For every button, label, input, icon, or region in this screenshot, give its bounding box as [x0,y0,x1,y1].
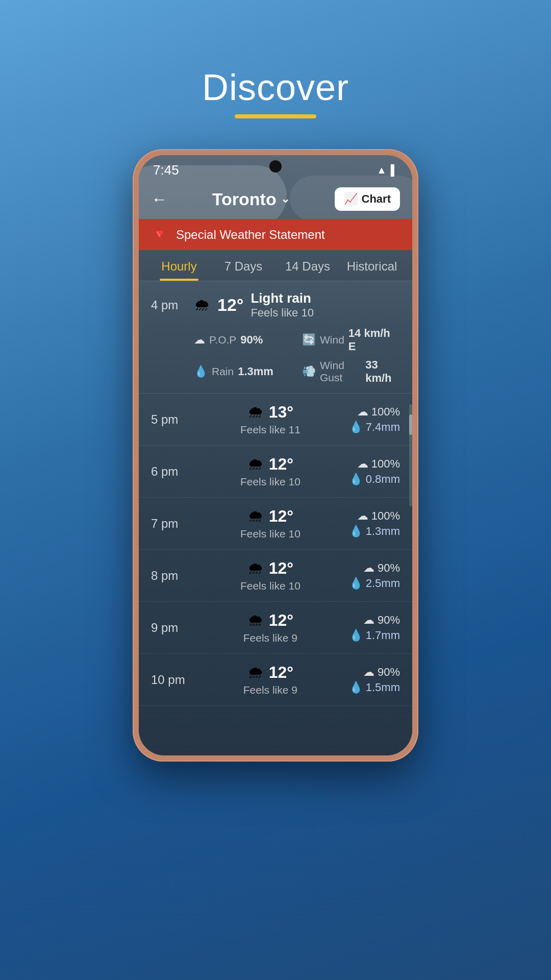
weather-icon-7pm: 🌧 [247,507,264,526]
battery-icon: ▌ [391,164,398,176]
back-button[interactable]: ← [151,190,167,209]
tab-hourly-label: Hourly [161,259,196,273]
rain-info-7pm: ☁ 100% [357,509,400,523]
hour-row-expanded-4pm[interactable]: 4 pm 🌧 12° Light rain Feels like 10 ☁ P.… [139,281,412,394]
hour-center-6pm: 🌧 12° Feels like 10 [192,455,349,488]
wind-value: 14 km/h E [348,327,400,353]
city-selector[interactable]: Toronto ⌄ [212,189,290,209]
pop-5pm: 100% [371,405,400,419]
cloud-icon-7pm: ☁ [357,509,368,523]
scroll-indicator [409,404,412,506]
hour-row-7pm[interactable]: 7 pm 🌧 12° Feels like 10 ☁ 100% 💧 [139,498,412,550]
pop-detail: ☁ P.O.P 90% [194,327,292,353]
cloud-icon: ☁ [194,333,205,347]
rain-info-8pm: ☁ 90% [363,561,400,575]
tab-hourly[interactable]: Hourly [147,250,211,281]
temp-10pm: 12° [269,663,293,682]
hour-details-4pm: ☁ P.O.P 90% 🔄 Wind 14 km/h E 💧 Rain 1.3m… [151,327,400,385]
rain-detail: 💧 Rain 1.3mm [194,358,292,385]
rain-info-9pm: ☁ 90% [363,614,400,627]
cloud-icon-5pm: ☁ [357,405,368,419]
mm-info-6pm: 💧 0.8mm [349,473,400,486]
chevron-down-icon: ⌄ [281,192,290,206]
hourly-list[interactable]: 4 pm 🌧 12° Light rain Feels like 10 ☁ P.… [139,281,412,755]
tab-14days[interactable]: 14 Days [276,250,340,281]
rain-mm-7pm: 1.3mm [366,525,400,538]
temp-8pm: 12° [269,559,293,578]
chart-button[interactable]: 📈 Chart [335,187,400,211]
feels-10pm: Feels like 9 [243,684,297,696]
temp-7pm: 12° [269,507,293,526]
pop-9pm: 90% [378,614,400,627]
hour-right-9pm: ☁ 90% 💧 1.7mm [349,614,400,642]
status-time: 7:45 [153,162,179,178]
mm-info-10pm: 💧 1.5mm [349,681,400,694]
mm-info-7pm: 💧 1.3mm [349,525,400,538]
phone-screen: 7:45 ▲ ▌ ← Toronto ⌄ 📈 Chart 🔻 Special W… [139,155,412,755]
wind-icon: 🔄 [302,333,316,347]
hour-label-10pm: 10 pm [151,673,192,687]
rain-info-5pm: ☁ 100% [357,405,400,419]
feels-8pm: Feels like 10 [240,580,300,592]
cloud-icon-10pm: ☁ [363,666,374,679]
drop-icon-10pm: 💧 [349,681,363,694]
hour-center-5pm: 🌧 13° Feels like 11 [192,403,349,436]
weather-icon-9pm: 🌧 [247,611,264,630]
mm-info-5pm: 💧 7.4mm [349,421,400,434]
hour-label-4pm: 4 pm [151,298,187,312]
alert-icon: 🔻 [151,226,169,243]
wind-gust-detail: 💨 Wind Gust 33 km/h [302,358,400,385]
hour-center-9pm: 🌧 12° Feels like 9 [192,611,349,644]
mm-info-9pm: 💧 1.7mm [349,629,400,642]
wind-detail: 🔄 Wind 14 km/h E [302,327,400,353]
mm-info-8pm: 💧 2.5mm [349,577,400,590]
weather-icon-10pm: 🌧 [247,663,264,682]
tab-14days-label: 14 Days [285,259,330,273]
tab-bar: Hourly 7 Days 14 Days Historical [139,250,412,281]
weather-icon-5pm: 🌧 [247,403,264,422]
hour-label-8pm: 8 pm [151,569,192,583]
tab-7days[interactable]: 7 Days [211,250,276,281]
gust-icon: 💨 [302,365,316,378]
desc-title-4pm: Light rain [251,290,400,306]
hour-label-7pm: 7 pm [151,517,192,531]
hour-center-10pm: 🌧 12° Feels like 9 [192,663,349,696]
weather-desc-4pm: Light rain Feels like 10 [251,290,400,320]
chart-label: Chart [362,192,391,206]
rain-info-10pm: ☁ 90% [363,666,400,679]
hour-right-5pm: ☁ 100% 💧 7.4mm [349,405,400,434]
pop-10pm: 90% [378,666,400,679]
tab-historical-label: Historical [347,259,397,273]
hour-row-6pm[interactable]: 6 pm 🌧 12° Feels like 10 ☁ 100% 💧 [139,446,412,498]
pop-6pm: 100% [371,457,400,471]
phone-frame: 7:45 ▲ ▌ ← Toronto ⌄ 📈 Chart 🔻 Special W… [133,149,418,762]
drop-icon-6pm: 💧 [349,473,363,486]
hour-center-8pm: 🌧 12° Feels like 10 [192,559,349,592]
title-section: Discover [202,66,349,118]
hour-right-10pm: ☁ 90% 💧 1.5mm [349,666,400,694]
city-label: Toronto [212,189,277,209]
drop-icon-7pm: 💧 [349,525,363,538]
drop-icon-9pm: 💧 [349,629,363,642]
drop-icon-8pm: 💧 [349,577,363,590]
hour-row-10pm[interactable]: 10 pm 🌧 12° Feels like 9 ☁ 90% 💧 1 [139,654,412,706]
tab-historical[interactable]: Historical [340,250,404,281]
cloud-icon-9pm: ☁ [363,614,374,627]
weather-icon-4pm: 🌧 [194,296,210,314]
hour-row-5pm[interactable]: 5 pm 🌧 13° Feels like 11 ☁ 100% 💧 [139,394,412,446]
rain-mm-5pm: 7.4mm [366,421,400,434]
desc-sub-4pm: Feels like 10 [251,306,400,320]
temp-5pm: 13° [269,403,293,422]
chart-icon: 📈 [344,192,358,206]
rain-mm-6pm: 0.8mm [366,473,400,486]
cloud-icon-6pm: ☁ [357,457,368,471]
pop-value: 90% [240,333,263,347]
cloud-icon-8pm: ☁ [363,561,374,575]
temp-6pm: 12° [269,455,293,474]
feels-5pm: Feels like 11 [240,424,300,436]
alert-banner[interactable]: 🔻 Special Weather Statement [139,219,412,250]
hour-row-8pm[interactable]: 8 pm 🌧 12° Feels like 10 ☁ 90% 💧 2 [139,550,412,602]
feels-7pm: Feels like 10 [240,528,300,540]
rain-icon: 💧 [194,365,208,378]
hour-row-9pm[interactable]: 9 pm 🌧 12° Feels like 9 ☁ 90% 💧 1. [139,602,412,654]
